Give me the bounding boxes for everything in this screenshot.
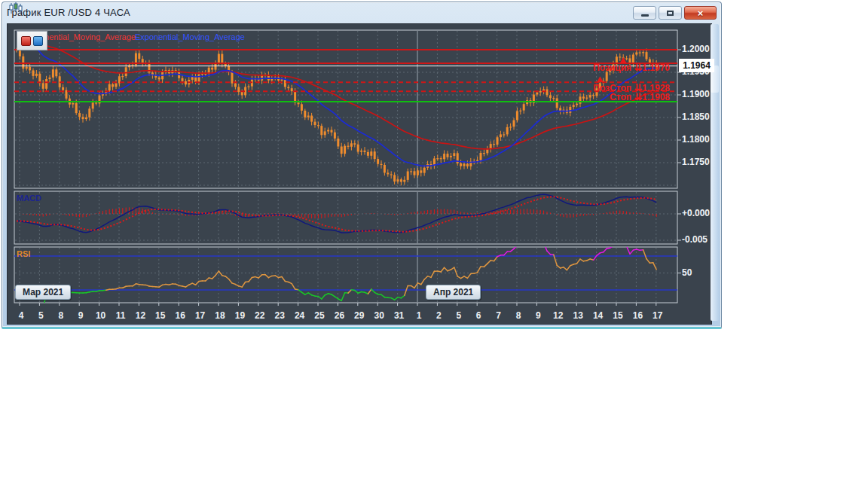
day-tick-label: 19 xyxy=(231,310,248,321)
day-tick-label: 17 xyxy=(649,310,666,321)
day-tick-label: 9 xyxy=(530,310,546,321)
day-tick-label: 26 xyxy=(331,310,347,321)
day-tick-label: 29 xyxy=(351,310,368,321)
day-tick-label: 12 xyxy=(132,310,148,321)
close-icon: × xyxy=(698,8,704,18)
legend-ema-blue[interactable]: Exponential_Moving_Average xyxy=(135,32,245,41)
title-bar[interactable]: График EUR /USD 4 ЧАСА × xyxy=(2,2,721,22)
price-tick-label: 1.1800 xyxy=(682,134,710,145)
day-tick-label: 25 xyxy=(311,310,328,321)
macd-tick-label: +0.000 xyxy=(682,208,710,218)
day-tick-label: 12 xyxy=(550,310,567,321)
minimize-button[interactable] xyxy=(633,6,656,20)
rsi-pane-label: RSI xyxy=(17,249,30,258)
maximize-icon xyxy=(667,11,674,16)
day-tick-label: 23 xyxy=(271,310,288,321)
day-tick-label: 15 xyxy=(610,310,626,321)
day-tick-label: 10 xyxy=(93,310,109,321)
day-tick-label: 5 xyxy=(451,310,467,321)
blue-square-button[interactable] xyxy=(33,36,43,46)
chart-toolbar xyxy=(17,31,47,50)
double-down-arrow-icon: ⇊ xyxy=(634,62,642,73)
chart-client-area[interactable]: Exponential_Moving_Average Exponential_M… xyxy=(7,23,712,325)
price-tick-label: 1.1900 xyxy=(682,89,710,99)
day-tick-label: 8 xyxy=(53,310,69,321)
day-tick-label: 18 xyxy=(212,310,228,321)
window-title: График EUR /USD 4 ЧАСА xyxy=(7,7,130,18)
double-down-arrow-icon: ⇊ xyxy=(634,91,642,102)
day-tick-label: 11 xyxy=(112,310,129,321)
day-tick-label: 30 xyxy=(371,310,387,321)
maximize-button[interactable] xyxy=(659,6,682,20)
minimize-icon xyxy=(641,14,649,17)
month-marker-mar: Мар 2021 xyxy=(15,285,71,300)
day-tick-label: 6 xyxy=(470,310,487,321)
day-tick-label: 17 xyxy=(192,310,209,321)
day-tick-label: 16 xyxy=(629,310,646,321)
macd-pane-label: MACD xyxy=(17,194,41,203)
rsi-tick-label: 50 xyxy=(682,267,692,278)
day-tick-label: 31 xyxy=(391,310,408,321)
price-tick-label: 1.1850 xyxy=(682,111,710,122)
day-tick-label: 4 xyxy=(13,310,29,321)
day-tick-label: 22 xyxy=(252,310,268,321)
red-square-button[interactable] xyxy=(21,36,31,46)
day-tick-label: 24 xyxy=(292,310,308,321)
day-tick-label: 5 xyxy=(32,310,49,321)
day-tick-label: 1 xyxy=(411,310,427,321)
macd-tick-label: -0.005 xyxy=(682,234,708,245)
day-tick-label: 15 xyxy=(152,310,169,321)
chart-window: График EUR /USD 4 ЧАСА × Exponential_Mov… xyxy=(2,2,722,329)
candlestick-chart-icon xyxy=(8,2,23,14)
current-price-box: 1.1964 xyxy=(679,59,714,72)
day-tick-label: 13 xyxy=(570,310,586,321)
price-tick-label: 1.2000 xyxy=(682,44,710,54)
day-tick-label: 7 xyxy=(491,310,507,321)
day-tick-label: 8 xyxy=(510,310,527,321)
month-marker-apr: Апр 2021 xyxy=(426,285,481,300)
stop-label: Стоп ⇊1.1908 xyxy=(610,91,670,102)
price-tick-label: 1.1750 xyxy=(682,157,710,167)
close-button[interactable]: × xyxy=(684,6,717,20)
day-tick-label: 14 xyxy=(590,310,607,321)
day-tick-label: 2 xyxy=(430,310,447,321)
position-label: Позиция ⇊1.1970 xyxy=(593,62,670,73)
day-tick-label: 9 xyxy=(72,310,89,321)
day-tick-label: 16 xyxy=(172,310,188,321)
